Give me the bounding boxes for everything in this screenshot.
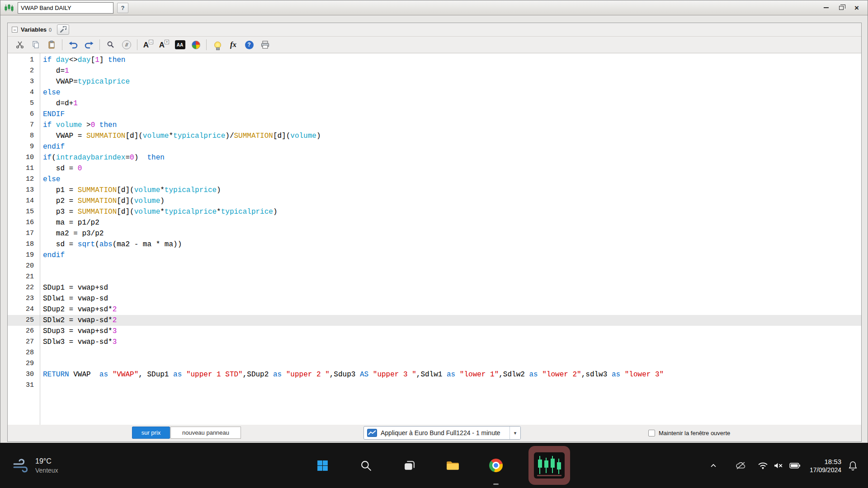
- code-line[interactable]: 4else: [8, 87, 861, 98]
- code-line[interactable]: 7if volume >0 then: [8, 120, 861, 131]
- code-text: VWAP = SUMMATION[d](volume*typicalprice)…: [40, 131, 321, 141]
- bell-icon: [849, 461, 857, 470]
- code-line[interactable]: 6ENDIF: [8, 109, 861, 120]
- volume-button[interactable]: [774, 462, 784, 469]
- increase-font-button[interactable]: A+: [157, 38, 171, 51]
- onedrive-button[interactable]: [736, 462, 746, 469]
- editor-toolbar: // A− A+ AA fx ?: [8, 37, 861, 53]
- code-line[interactable]: 23SDlw1 = vwap-sd: [8, 293, 861, 304]
- weather-widget[interactable]: 19°C Venteux: [13, 443, 58, 488]
- code-line[interactable]: 14 p2 = SUMMATION[d](volume): [8, 196, 861, 206]
- line-number: 26: [8, 326, 40, 337]
- code-line[interactable]: 20: [8, 261, 861, 272]
- code-line[interactable]: 2 d=1: [8, 66, 861, 76]
- code-line[interactable]: 21: [8, 272, 861, 282]
- insert-function-button[interactable]: fx: [226, 38, 240, 51]
- chrome-button[interactable]: [485, 443, 507, 488]
- trading-app-button[interactable]: [528, 446, 570, 485]
- code-line[interactable]: 1if day<>day[1] then: [8, 55, 861, 66]
- start-button[interactable]: [311, 443, 333, 488]
- code-editor[interactable]: 1if day<>day[1] then2 d=13 VWAP=typicalp…: [8, 53, 861, 425]
- line-number: 28: [8, 347, 40, 358]
- collapse-variables-button[interactable]: −: [12, 27, 18, 33]
- close-button[interactable]: ×: [853, 4, 860, 11]
- code-line[interactable]: 27SDlw3 = vwap-sd*3: [8, 337, 861, 347]
- code-line[interactable]: 19endif: [8, 250, 861, 261]
- editor-panel: − Variables 0: [7, 23, 862, 442]
- tips-button[interactable]: [211, 38, 224, 51]
- code-text: SDlw2 = vwap-sd*2: [40, 315, 117, 326]
- new-panel-tab[interactable]: nouveau panneau: [170, 427, 241, 439]
- on-price-tab[interactable]: sur prix: [132, 427, 170, 439]
- code-text: if day<>day[1] then: [40, 55, 125, 66]
- code-line[interactable]: 29: [8, 358, 861, 369]
- comment-button[interactable]: //: [120, 38, 133, 51]
- undo-button[interactable]: [66, 38, 80, 51]
- search-taskbar-button[interactable]: [355, 443, 377, 488]
- notifications-button[interactable]: [849, 461, 857, 470]
- help-button[interactable]: ?: [242, 38, 256, 51]
- line-number: 30: [8, 369, 40, 380]
- title-help-button[interactable]: ?: [117, 3, 128, 13]
- code-line[interactable]: 28: [8, 347, 861, 358]
- file-explorer-button[interactable]: [442, 443, 463, 488]
- code-line[interactable]: 22SDup1 = vwap+sd: [8, 282, 861, 293]
- code-text: RETURN VWAP as "VWAP", SDup1 as "upper 1…: [40, 369, 664, 380]
- paste-icon: [47, 41, 56, 49]
- code-line[interactable]: 3 VWAP=typicalprice: [8, 76, 861, 87]
- code-line[interactable]: 15 p3 = SUMMATION[d](volume*typicalprice…: [8, 206, 861, 217]
- minimize-button[interactable]: [822, 4, 830, 11]
- printer-icon: [261, 41, 269, 49]
- lightbulb-icon: [214, 42, 221, 48]
- code-line[interactable]: 11 sd = 0: [8, 163, 861, 174]
- font-button[interactable]: AA: [173, 38, 187, 51]
- code-line[interactable]: 30RETURN VWAP as "VWAP", SDup1 as "upper…: [8, 369, 861, 380]
- wifi-button[interactable]: [758, 462, 768, 469]
- clock-widget[interactable]: 18:53 17/09/2024: [810, 458, 841, 474]
- print-button[interactable]: [258, 38, 272, 51]
- code-line[interactable]: 16 ma = p1/p2: [8, 217, 861, 228]
- code-line[interactable]: 8 VWAP = SUMMATION[d](volume*typicalpric…: [8, 131, 861, 141]
- code-text: else: [40, 87, 60, 98]
- task-view-icon: [403, 460, 415, 472]
- code-lines: 1if day<>day[1] then2 d=13 VWAP=typicalp…: [8, 53, 861, 425]
- maximize-button[interactable]: [838, 4, 845, 11]
- weather-temp: 19°C: [35, 457, 58, 465]
- decrease-font-button[interactable]: A−: [142, 38, 155, 51]
- line-number: 18: [8, 239, 40, 250]
- code-line[interactable]: 13 p1 = SUMMATION[d](volume*typicalprice…: [8, 185, 861, 196]
- clock-date: 17/09/2024: [810, 466, 841, 474]
- code-text: ma = p1/p2: [40, 217, 99, 228]
- search-button[interactable]: [104, 38, 118, 51]
- code-text: if(intradaybarindex=0) then: [40, 152, 165, 163]
- taskbar-center-icons: [311, 443, 570, 488]
- indicator-name-input[interactable]: [18, 2, 113, 14]
- colors-button[interactable]: [189, 38, 203, 51]
- code-line[interactable]: 26SDup3 = vwap+sd*3: [8, 326, 861, 337]
- close-icon: ×: [854, 4, 859, 12]
- speaker-mute-icon: [774, 462, 784, 469]
- apply-to-select[interactable]: Appliquer à Euro Bund Full1224 - 1 minut…: [363, 426, 521, 440]
- code-line[interactable]: 17 ma2 = p3/p2: [8, 228, 861, 239]
- redo-button[interactable]: [82, 38, 96, 51]
- code-line[interactable]: 12else: [8, 174, 861, 185]
- code-line[interactable]: 18 sd = sqrt(abs(ma2 - ma * ma)): [8, 239, 861, 250]
- variables-settings-button[interactable]: [57, 24, 69, 35]
- code-line[interactable]: 24SDup2 = vwap+sd*2: [8, 304, 861, 315]
- code-line[interactable]: 31: [8, 380, 861, 391]
- battery-button[interactable]: [789, 462, 801, 469]
- cut-button[interactable]: [13, 38, 27, 51]
- code-line[interactable]: 5 d=d+1: [8, 98, 861, 109]
- copy-button[interactable]: [29, 38, 42, 51]
- toolbar-separator: [62, 39, 62, 50]
- paste-button[interactable]: [45, 38, 58, 51]
- task-view-button[interactable]: [398, 443, 420, 488]
- line-number: 16: [8, 217, 40, 228]
- code-line[interactable]: 9endif: [8, 141, 861, 152]
- code-line[interactable]: 25SDlw2 = vwap-sd*2: [8, 315, 861, 326]
- apply-dropdown-button[interactable]: ▾: [509, 427, 520, 439]
- code-line[interactable]: 10if(intradaybarindex=0) then: [8, 152, 861, 163]
- apply-to-label: Appliquer à Euro Bund Full1224 - 1 minut…: [381, 429, 509, 436]
- tray-overflow-button[interactable]: [710, 464, 717, 468]
- keep-open-checkbox[interactable]: [648, 430, 655, 436]
